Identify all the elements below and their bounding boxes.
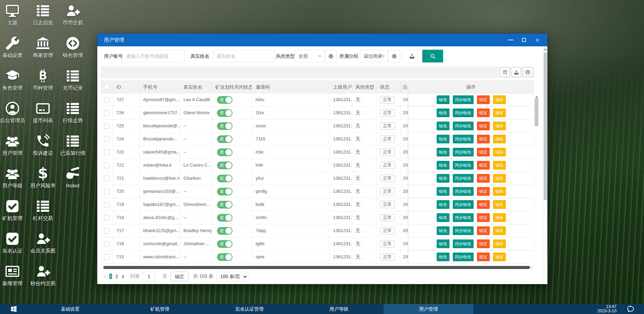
row-checkbox[interactable]: [104, 176, 110, 181]
wallet-button[interactable]: 钱包: [437, 239, 449, 248]
taskbar-clock[interactable]: 13:47 2023-3-10: [597, 305, 616, 313]
prev-page-button[interactable]: ‹: [101, 272, 108, 281]
mining-toggle-switch[interactable]: 是: [217, 148, 232, 156]
realname-input[interactable]: [213, 50, 275, 62]
lock-button[interactable]: 锁定: [477, 108, 490, 117]
taskbar-item[interactable]: 用户管理: [384, 304, 473, 314]
row-checkbox[interactable]: [104, 254, 110, 260]
sync-wallet-button[interactable]: 同步钱包: [453, 239, 474, 248]
sync-wallet-button[interactable]: 同步钱包: [453, 95, 474, 104]
wallet-button[interactable]: 钱包: [437, 200, 449, 209]
mining-toggle-switch[interactable]: 是: [217, 122, 232, 130]
row-checkbox[interactable]: [104, 241, 110, 247]
sync-wallet-button[interactable]: 同步钱包: [453, 226, 474, 235]
risk-type-select[interactable]: 全部: [295, 50, 325, 62]
row-checkbox[interactable]: [104, 149, 110, 155]
desktop-icon[interactable]: 矿机管理: [0, 199, 28, 222]
sync-wallet-button[interactable]: 同步钱包: [453, 161, 474, 170]
page-number-button[interactable]: 1: [109, 274, 112, 279]
desktop-icon[interactable]: 商家管理: [28, 36, 58, 59]
desktop-icon[interactable]: 杠杆交易: [28, 199, 58, 222]
group-settings-button[interactable]: [388, 50, 400, 62]
edit-button[interactable]: 编辑: [493, 148, 506, 156]
account-input[interactable]: [122, 50, 184, 62]
group-select[interactable]: 诚信商家: [360, 50, 388, 62]
row-checkbox[interactable]: [104, 163, 110, 168]
wallet-button[interactable]: 钱包: [437, 108, 449, 117]
lock-button[interactable]: 锁定: [477, 148, 490, 156]
lock-button[interactable]: 锁定: [477, 122, 490, 130]
mining-toggle-switch[interactable]: 是: [217, 253, 232, 261]
scrollbar-thumb[interactable]: [544, 52, 547, 200]
desktop-icon[interactable]: 会员关系图: [28, 231, 58, 254]
row-checkbox[interactable]: [104, 202, 110, 208]
edit-button[interactable]: 编辑: [493, 213, 506, 222]
sync-wallet-button[interactable]: 同步钱包: [453, 174, 474, 183]
columns-toggle-button[interactable]: [500, 68, 509, 77]
mining-toggle-switch[interactable]: 是: [217, 135, 232, 143]
lock-button[interactable]: 锁定: [477, 200, 490, 209]
desktop-icon[interactable]: 币币交易: [58, 3, 88, 26]
lock-button[interactable]: 锁定: [477, 135, 490, 143]
wallet-button[interactable]: 钱包: [437, 174, 449, 183]
wallet-button[interactable]: 钱包: [437, 148, 449, 156]
row-checkbox[interactable]: [104, 136, 110, 142]
desktop-icon[interactable]: 秒合约交易: [28, 264, 58, 287]
wallet-button[interactable]: 钱包: [437, 226, 449, 235]
mining-toggle-switch[interactable]: 是: [217, 240, 232, 248]
goto-page-input[interactable]: [142, 272, 156, 281]
desktop-icon[interactable]: 用户管理: [0, 134, 28, 156]
desktop-icon[interactable]: 充币记录: [58, 69, 88, 91]
lock-button[interactable]: 锁定: [477, 187, 490, 196]
select-all-checkbox[interactable]: [104, 84, 110, 90]
confirm-page-button[interactable]: 确定: [170, 272, 189, 281]
desktop-icon[interactable]: 用户等级: [0, 166, 28, 189]
desktop-icon[interactable]: 角色管理: [0, 69, 28, 91]
export-filter-button[interactable]: [402, 50, 422, 62]
desktop-icon[interactable]: 主题: [0, 3, 28, 26]
desktop-icon[interactable]: Robot: [58, 166, 88, 188]
wallet-button[interactable]: 钱包: [437, 253, 449, 261]
taskbar-item[interactable]: 用户等级: [294, 304, 384, 314]
desktop-icon[interactable]: 新闻管理: [0, 264, 28, 287]
sync-wallet-button[interactable]: 同步钱包: [453, 200, 474, 209]
edit-button[interactable]: 编辑: [493, 161, 506, 170]
mining-toggle-switch[interactable]: 是: [217, 201, 232, 209]
row-checkbox[interactable]: [104, 110, 110, 116]
per-page-select[interactable]: 100 条/页: [216, 272, 249, 281]
edit-button[interactable]: 编辑: [493, 108, 506, 117]
edit-button[interactable]: 编辑: [493, 135, 506, 143]
mining-toggle-switch[interactable]: 是: [217, 188, 232, 195]
row-checkbox[interactable]: [104, 228, 110, 234]
lock-button[interactable]: 锁定: [477, 253, 490, 261]
edit-button[interactable]: 编辑: [493, 174, 506, 183]
chat-button[interactable]: [627, 305, 635, 313]
taskbar-item[interactable]: 实名认证管理: [205, 304, 294, 314]
lock-button[interactable]: 锁定: [477, 239, 490, 248]
edit-button[interactable]: 编辑: [493, 239, 506, 248]
row-checkbox[interactable]: [104, 123, 110, 129]
lock-button[interactable]: 锁定: [477, 226, 490, 235]
edit-button[interactable]: 编辑: [493, 122, 506, 130]
sync-wallet-button[interactable]: 同步钱包: [453, 213, 474, 222]
desktop-icon[interactable]: 已添加行情: [58, 134, 88, 156]
taskbar-item[interactable]: 基础设置: [25, 304, 115, 314]
lock-button[interactable]: 锁定: [477, 161, 490, 170]
table-horizontal-scrollbar[interactable]: [103, 266, 533, 269]
wallet-button[interactable]: 钱包: [437, 95, 449, 104]
minimize-button[interactable]: [505, 35, 516, 45]
close-button[interactable]: [532, 35, 543, 45]
mining-toggle-switch[interactable]: 是: [217, 109, 232, 117]
sync-wallet-button[interactable]: 同步钱包: [453, 135, 474, 143]
mining-toggle-switch[interactable]: 是: [217, 175, 232, 182]
mining-toggle-switch[interactable]: 是: [217, 96, 232, 104]
mining-toggle-switch[interactable]: 是: [217, 214, 232, 222]
start-button[interactable]: [10, 305, 17, 313]
print-button[interactable]: [523, 68, 532, 77]
wallet-button[interactable]: 钱包: [437, 161, 449, 170]
lock-button[interactable]: 锁定: [477, 174, 490, 183]
wallet-button[interactable]: 钱包: [437, 135, 449, 143]
risk-type-settings-button[interactable]: [325, 50, 337, 62]
mining-toggle-switch[interactable]: 是: [217, 227, 232, 235]
wallet-button[interactable]: 钱包: [437, 122, 449, 130]
